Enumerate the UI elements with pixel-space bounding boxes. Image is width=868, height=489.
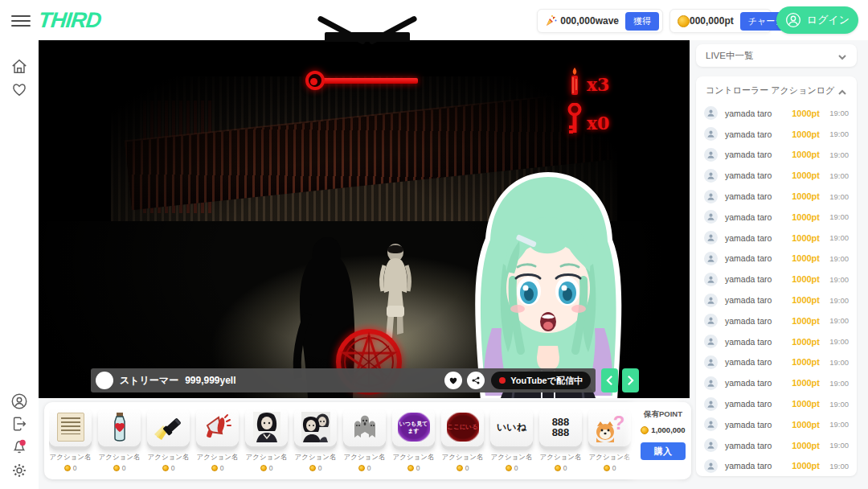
action-log-row[interactable]: yamada taro 1000pt 19:00 (704, 228, 849, 249)
log-time: 19:00 (826, 400, 849, 409)
login-label: ログイン (807, 13, 850, 27)
action-item[interactable]: ここにいる アクション名 0 (441, 408, 484, 472)
log-time: 19:00 (826, 192, 849, 201)
log-user-name: yamada taro (725, 420, 772, 429)
action-log-row[interactable]: yamada taro 1000pt 19:00 (704, 124, 849, 145)
action-log-row[interactable]: yamada taro 1000pt 19:00 (704, 165, 849, 186)
action-item[interactable]: アクション名 0 (49, 408, 92, 472)
log-points: 1000pt (792, 233, 820, 243)
next-stream-button[interactable] (622, 368, 639, 392)
user-avatar-icon (704, 438, 718, 452)
action-item-count: 0 (98, 464, 141, 472)
heart-icon[interactable] (10, 80, 28, 98)
action-keycap[interactable]: いいね (490, 408, 533, 446)
action-keycap[interactable] (294, 408, 337, 446)
live-dot-icon (499, 377, 506, 384)
like-heart-button[interactable] (444, 372, 462, 389)
log-time: 19:00 (826, 379, 849, 388)
action-item[interactable]: アクション名 0 (245, 408, 288, 472)
action-log-row[interactable]: yamada taro 1000pt 19:00 (704, 186, 849, 207)
action-item[interactable]: アクション名 0 (147, 408, 190, 472)
action-keycap[interactable] (196, 408, 239, 446)
live-list-dropdown[interactable]: LIVE中一覧 (696, 44, 857, 67)
logout-icon[interactable] (10, 415, 28, 433)
action-item[interactable]: ? アクション名 0 (588, 408, 631, 472)
action-log-row[interactable]: yamada taro 1000pt 19:00 (704, 103, 849, 124)
action-log-row[interactable]: yamada taro 1000pt 19:00 (704, 207, 849, 228)
youtube-badge-label: YouTubeで配信中 (510, 375, 583, 387)
action-keycap[interactable] (245, 408, 288, 446)
action-keycap[interactable]: いつも見てます (392, 408, 435, 446)
action-keycap[interactable]: ここにいる (441, 408, 484, 446)
share-button[interactable] (467, 372, 485, 389)
action-keycap[interactable] (98, 408, 141, 446)
log-points: 1000pt (792, 378, 820, 388)
action-log-row[interactable]: yamada taro 1000pt 19:00 (704, 145, 849, 166)
action-log-row[interactable]: yamada taro 1000pt 19:00 (704, 269, 849, 290)
action-item[interactable]: いいね アクション名 0 (490, 408, 533, 472)
app-logo: THIRD (37, 8, 102, 33)
login-button[interactable]: ログイン (776, 6, 858, 34)
owned-point-panel: 保有POINT 1,000,000 購入 (635, 402, 691, 479)
bell-icon[interactable] (10, 438, 28, 455)
gear-icon[interactable] (10, 462, 28, 479)
shiba-question-icon: ? (594, 412, 626, 442)
action-item-label: アクション名 (392, 453, 435, 462)
user-avatar-icon (704, 169, 718, 183)
key-count: x0 (587, 113, 609, 134)
coin-icon (211, 465, 218, 471)
home-icon[interactable] (10, 58, 28, 76)
log-points: 1000pt (792, 129, 820, 139)
action-keycap[interactable] (147, 408, 190, 446)
log-points: 1000pt (792, 274, 820, 284)
action-log-row[interactable]: yamada taro 1000pt 19:00 (704, 435, 849, 456)
action-keycap[interactable] (343, 408, 386, 446)
log-time: 19:00 (826, 441, 849, 450)
text-keycap-label: いいね (497, 422, 526, 432)
log-user-name: yamada taro (725, 274, 772, 284)
action-log-row[interactable]: yamada taro 1000pt 19:00 (704, 456, 849, 476)
action-item[interactable]: 888888 アクション名 0 (539, 408, 582, 472)
action-item-label: アクション名 (441, 453, 484, 462)
action-log-row[interactable]: yamada taro 1000pt 19:00 (704, 393, 849, 414)
user-avatar-icon (704, 335, 718, 348)
action-item-label: アクション名 (294, 453, 337, 462)
action-item-count: 0 (392, 464, 435, 472)
log-time: 19:00 (826, 316, 849, 325)
action-keycap[interactable]: ? (588, 408, 631, 446)
log-time: 19:00 (826, 462, 849, 471)
log-user-name: yamada taro (725, 109, 772, 118)
tv-antenna-decoration (320, 21, 415, 42)
action-log-row[interactable]: yamada taro 1000pt 19:00 (704, 352, 849, 373)
action-log-row[interactable]: yamada taro 1000pt 19:00 (704, 290, 849, 310)
prev-stream-button[interactable] (601, 368, 618, 392)
action-item[interactable]: いつも見てます アクション名 0 (392, 408, 435, 472)
live-list-label: LIVE中一覧 (706, 50, 753, 62)
action-item[interactable]: アクション名 0 (343, 408, 386, 472)
action-log-row[interactable]: yamada taro 1000pt 19:00 (704, 249, 849, 269)
log-user-name: yamada taro (725, 253, 772, 263)
acquire-button[interactable]: 獲得 (625, 12, 659, 31)
stream-video-player[interactable]: x3 x0 (39, 40, 690, 398)
point-value: 000,000pt (690, 15, 734, 27)
youtube-live-badge[interactable]: YouTubeで配信中 (491, 372, 591, 389)
action-item-count: 0 (245, 464, 288, 472)
action-item[interactable]: アクション名 0 (196, 408, 239, 472)
action-log-row[interactable]: yamada taro 1000pt 19:00 (704, 414, 849, 435)
action-item-bar: アクション名 0 アクション名 0 アクション名 0 アクション名 0 アクショ… (44, 402, 691, 479)
action-item[interactable]: アクション名 0 (98, 408, 141, 472)
user-avatar-icon (704, 355, 718, 369)
buy-button[interactable]: 購入 (641, 442, 686, 460)
action-log-row[interactable]: yamada taro 1000pt 19:00 (704, 331, 849, 352)
menu-icon[interactable] (11, 12, 31, 28)
action-keycap[interactable]: 888888 (539, 408, 582, 446)
action-log-row[interactable]: yamada taro 1000pt 19:00 (704, 372, 849, 393)
profile-icon[interactable] (10, 392, 28, 410)
action-log-header[interactable]: コントローラー アクションログ (696, 76, 857, 101)
action-log-row[interactable]: yamada taro 1000pt 19:00 (704, 310, 849, 331)
candle-count: x3 (587, 74, 609, 95)
coin-icon (309, 465, 316, 471)
action-item[interactable]: アクション名 0 (294, 408, 337, 472)
action-keycap[interactable] (49, 408, 92, 446)
streamer-info-bar: ストリーマー 999,999yell YouTubeで配信中 (91, 368, 596, 392)
